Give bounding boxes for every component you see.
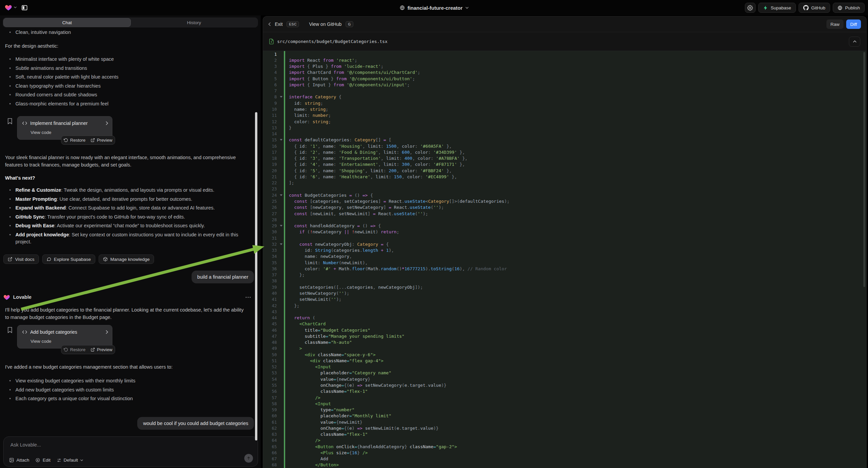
restore-button[interactable]: Restore	[64, 138, 86, 143]
line-number: 55	[263, 383, 278, 388]
code-line: 45 <ChartCard	[263, 321, 866, 327]
list-item: Clean, intuitive navigation	[9, 29, 251, 36]
code-text: { id: '1', name: 'Housing', limit: 1500,…	[285, 144, 452, 149]
line-number: 29	[263, 223, 278, 228]
mode-select[interactable]: Default	[57, 458, 84, 463]
list-item: GitHub Sync: Transfer your project's cod…	[9, 213, 244, 221]
chevron-right-icon	[106, 121, 108, 125]
code-text: import React from 'react';	[285, 58, 357, 63]
code-line: 30 if (!newCategory || !newLimit) return…	[263, 229, 866, 235]
whats-next-heading: What's next?	[5, 175, 35, 181]
code-line: 19 { id: '4', name: 'Entertainment', lim…	[263, 162, 866, 168]
code-line: 54 value={newCategory}	[263, 376, 866, 382]
code-text: type="number"	[285, 407, 355, 412]
chevron-down-icon	[14, 6, 17, 8]
supabase-button[interactable]: Supabase	[758, 3, 796, 13]
list-item-bold: Master Prompting	[16, 196, 57, 202]
file-header[interactable]: src/components/budget/BudgetCategories.t…	[263, 32, 866, 51]
github-button[interactable]: GitHub	[799, 3, 830, 13]
code-text: { id: '4', name: 'Entertainment', limit:…	[285, 162, 465, 167]
code-text: setNewCategory('');	[285, 291, 349, 296]
line-number: 18	[263, 156, 278, 161]
code-text: id: string;	[285, 101, 323, 106]
publish-button[interactable]: Publish	[833, 3, 865, 13]
diff-toggle-button[interactable]: Diff	[846, 20, 861, 29]
explore-supabase-button[interactable]: Explore Supabase	[42, 255, 95, 264]
preview-label: Preview	[97, 138, 113, 143]
exit-button[interactable]: Exit	[275, 22, 282, 27]
collapse-file-button[interactable]	[849, 37, 860, 47]
code-text: <ChartCard	[285, 321, 326, 326]
preview-button[interactable]: Preview	[91, 347, 113, 352]
fold-chevron-icon[interactable]	[278, 225, 284, 227]
raw-toggle-button[interactable]: Raw	[827, 20, 843, 29]
external-link-icon	[91, 138, 95, 142]
project-switcher[interactable]: financial-future-creator	[399, 0, 468, 16]
version-card-title: Add budget categories	[30, 329, 77, 335]
code-text: setNewLimit('');	[285, 297, 342, 302]
line-number: 42	[263, 303, 278, 308]
code-text: <div className="flex gap-4">	[285, 358, 383, 363]
line-number: 9	[263, 101, 278, 106]
code-text: const handleAddCategory = () => {	[285, 223, 381, 228]
settings-button[interactable]	[745, 3, 755, 13]
diff-added-marker	[284, 216, 285, 223]
line-number: 66	[263, 450, 278, 455]
list-item: Debug with Ease: Activate our experiment…	[9, 222, 244, 230]
code-line: 68 </Button>	[263, 462, 866, 468]
code-text: return (	[285, 315, 315, 320]
fold-chevron-icon[interactable]	[278, 195, 284, 196]
line-number: 26	[263, 205, 278, 210]
view-code-link[interactable]: View code	[31, 339, 51, 344]
code-text: <Input	[285, 364, 331, 369]
bookmark-icon[interactable]	[7, 118, 12, 124]
sidebar-toggle-button[interactable]	[20, 3, 30, 13]
chat-scrollbar-thumb[interactable]	[255, 112, 257, 440]
view-on-github-button[interactable]: View on GitHub	[309, 22, 342, 27]
code-scrollbar-thumb[interactable]	[863, 52, 865, 287]
chat-input-box[interactable]: Ask Lovable... Attach Edit Default	[3, 436, 258, 467]
fold-chevron-icon[interactable]	[278, 243, 284, 245]
code-text: onChange={(e) => setNewCategory(e.target…	[285, 383, 446, 388]
view-code-link[interactable]: View code	[31, 130, 51, 135]
external-link-icon	[8, 257, 12, 262]
list-item-text: : Tweak the design, animations, and layo…	[61, 187, 214, 193]
fold-chevron-icon[interactable]	[278, 96, 284, 98]
preview-button[interactable]: Preview	[91, 138, 113, 143]
attach-button[interactable]: Attach	[9, 458, 29, 463]
code-text: color: '#' + Math.floor(Math.random()*16…	[285, 266, 507, 271]
code-line: 56 className="flex-1"	[263, 388, 866, 394]
code-line: 49 >	[263, 346, 866, 351]
line-number: 8	[263, 94, 278, 99]
code-line: 41 setNewLimit('');	[263, 296, 866, 302]
code-text: import { Input } from '@/components/ui/i…	[285, 82, 410, 87]
lovable-heart-icon	[5, 4, 12, 11]
visit-docs-button[interactable]: Visit docs	[3, 255, 39, 264]
send-button[interactable]	[244, 454, 253, 463]
manage-knowledge-button[interactable]: Manage knowledge	[99, 255, 154, 264]
line-number: 11	[263, 113, 278, 118]
list-item: Refine & Customize: Tweak the design, an…	[9, 187, 244, 194]
mode-label: Default	[64, 458, 78, 463]
tab-chat[interactable]: Chat	[3, 18, 131, 27]
lovable-logo-menu[interactable]	[5, 4, 17, 11]
line-number: 62	[263, 426, 278, 431]
globe-icon	[837, 5, 842, 10]
bookmark-icon[interactable]	[7, 327, 12, 333]
line-number: 37	[263, 272, 278, 277]
code-line: 39 setCategories([...categories, newCate…	[263, 284, 866, 290]
list-item-bold: Refine & Customize	[16, 187, 61, 193]
restore-button[interactable]: Restore	[64, 347, 86, 352]
more-options-icon[interactable]	[246, 297, 254, 298]
edit-button[interactable]: Edit	[35, 458, 50, 463]
fold-chevron-icon[interactable]	[278, 139, 284, 141]
line-number: 10	[263, 107, 278, 112]
list-item-bold: Expand with Backend	[16, 205, 66, 210]
line-number: 64	[263, 438, 278, 443]
bullet-text: Soft, neutral color palette with light b…	[16, 74, 118, 81]
code-line: 61 value={newLimit}	[263, 419, 866, 425]
tab-history[interactable]: History	[131, 18, 258, 27]
bullet-dot	[9, 380, 11, 381]
code-editor[interactable]: 12import React from 'react';3import { Pl…	[263, 51, 866, 468]
code-text: />	[285, 395, 320, 400]
